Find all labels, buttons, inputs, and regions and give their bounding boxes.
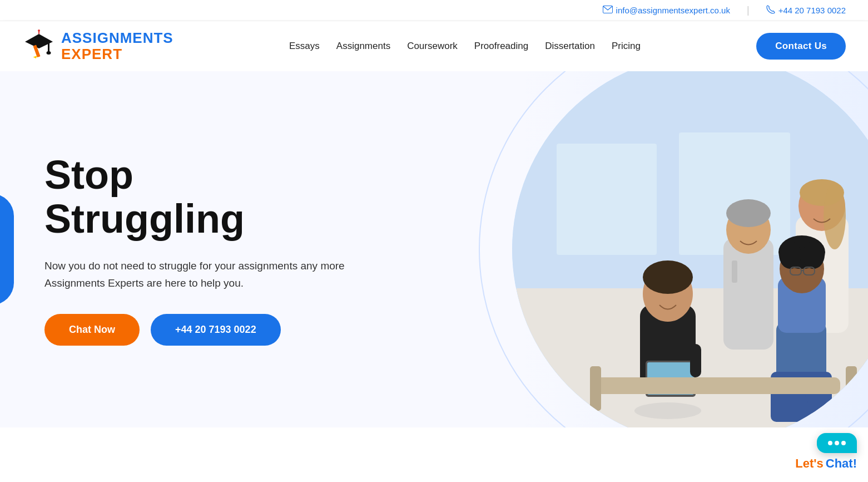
svg-rect-2 [48,43,49,52]
svg-point-22 [726,199,771,227]
svg-point-32 [811,421,842,427]
svg-rect-42 [590,366,601,411]
phone-icon [766,5,775,16]
hero-image [478,71,868,427]
svg-point-37 [802,241,825,269]
email-icon [603,6,613,15]
chat-dot-3 [841,441,846,445]
hero-section: Stop Struggling Now you do not need to s… [0,71,868,427]
svg-rect-23 [732,260,737,283]
svg-point-36 [779,241,801,269]
hero-content: Stop Struggling Now you do not need to s… [0,120,478,379]
logo-text: ASSIGNMENTS EXPERT [61,30,173,62]
nav-coursework[interactable]: Coursework [407,41,458,52]
logo-icon [22,29,56,63]
chat-bubble[interactable] [817,433,857,453]
chat-dots [828,441,846,445]
hero-title: Stop Struggling [44,153,444,241]
hero-subtitle: Now you do not need to struggle for your… [44,258,367,292]
chat-widget[interactable]: Let's Chat! [795,433,857,471]
phone-contact[interactable]: +44 20 7193 0022 [766,5,846,16]
logo[interactable]: ASSIGNMENTS EXPERT [22,29,173,63]
svg-rect-20 [723,238,773,350]
divider: | [747,4,750,16]
svg-rect-43 [846,366,857,411]
svg-point-3 [47,51,51,55]
svg-rect-11 [557,144,657,255]
hero-buttons: Chat Now +44 20 7193 0022 [44,314,444,346]
main-nav: Essays Assignments Coursework Proofreadi… [289,41,641,52]
nav-essays[interactable]: Essays [289,41,320,52]
svg-rect-41 [596,377,840,394]
svg-point-13 [634,402,701,419]
svg-rect-19 [690,344,701,377]
contact-us-button[interactable]: Contact Us [756,33,846,60]
chat-label: Let's Chat! [795,456,857,471]
header: ASSIGNMENTS EXPERT Essays Assignments Co… [0,21,868,71]
hero-title-line1: Stop [44,153,133,197]
email-link[interactable]: info@assignmentsexpert.co.uk [603,6,730,15]
nav-assignments[interactable]: Assignments [336,41,390,52]
email-address: info@assignmentsexpert.co.uk [616,6,730,15]
phone-button[interactable]: +44 20 7193 0022 [151,314,281,346]
chat-lets: Let's [795,456,823,471]
svg-point-27 [824,183,846,249]
top-bar: info@assignmentsexpert.co.uk | +44 20 71… [0,0,868,21]
chat-chat: Chat! [826,456,857,471]
chat-dot-2 [835,441,839,445]
phone-number: +44 20 7193 0022 [778,6,846,15]
nav-proofreading[interactable]: Proofreading [474,41,528,52]
nav-dissertation[interactable]: Dissertation [545,41,595,52]
hero-title-line2: Struggling [44,196,245,241]
chat-now-button[interactable]: Chat Now [44,314,140,346]
svg-point-16 [643,260,693,294]
chat-dot-1 [828,441,832,445]
nav-pricing[interactable]: Pricing [612,41,641,52]
hero-circle [512,71,868,427]
logo-assignments: ASSIGNMENTS [61,30,173,46]
logo-expert: EXPERT [61,46,173,62]
svg-point-5 [38,29,40,32]
